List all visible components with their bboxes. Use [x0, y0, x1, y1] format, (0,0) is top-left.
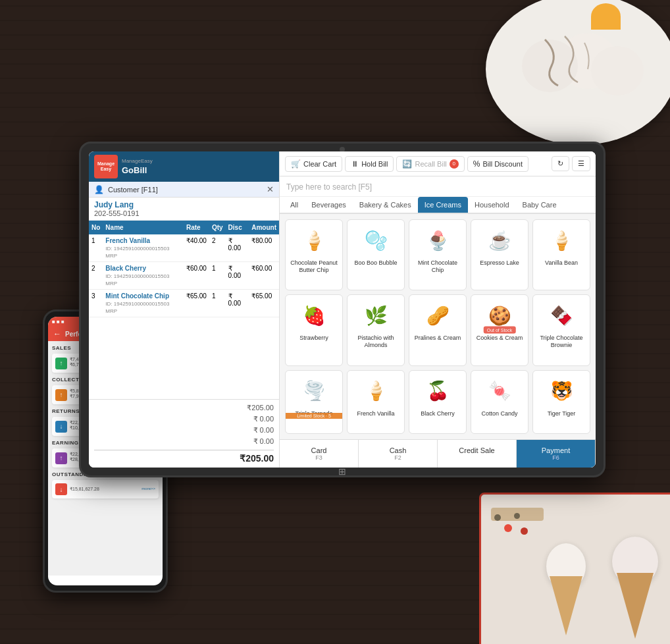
- product-card[interactable]: 🍦 Vanilla Bean: [532, 219, 590, 290]
- col-name: Name: [103, 221, 184, 234]
- limited-stock-badge: Limited Stock · 5: [286, 413, 342, 419]
- product-card[interactable]: 🍬 Cotton Candy: [471, 370, 528, 434]
- subtotal-val: ₹205.00: [247, 404, 274, 412]
- product-name: French Vanilla: [357, 410, 395, 417]
- round-val: ₹ 0.00: [253, 437, 274, 446]
- refresh-button[interactable]: ↻: [552, 156, 569, 171]
- top-toolbar: 🛒 Clear Cart ⏸ Hold Bill 🔄 Recall Bill 0…: [280, 151, 596, 176]
- tax-row: ₹ 0.00: [94, 425, 274, 436]
- product-card[interactable]: ☕ Espresso Lake: [471, 219, 528, 290]
- product-image: 🥜: [420, 299, 456, 332]
- category-tab-ice-creams[interactable]: Ice Creams: [418, 197, 468, 214]
- product-name: Chocolate Peanut Butter Chip: [290, 259, 338, 274]
- customer-info: Judy Lang 202-555-0191: [89, 198, 279, 221]
- payment-bar: Card F3 Cash F2 Credit Sale Payment F6: [280, 439, 596, 468]
- outstanding-icon: ↓: [55, 483, 67, 495]
- product-image: 🌪️: [296, 375, 332, 408]
- search-input[interactable]: [286, 182, 589, 192]
- discount-row: ₹ 0.00: [94, 414, 274, 425]
- tablet-home-button[interactable]: ⊞: [329, 468, 355, 475]
- category-tab-household[interactable]: Household: [468, 197, 516, 214]
- product-name: Black Cherry: [421, 410, 455, 417]
- product-image: ☕: [482, 224, 518, 257]
- subtotal-row: ₹205.00: [94, 402, 274, 414]
- logo-text: ManageEasy GoBill: [122, 157, 153, 177]
- product-image: 🍦: [296, 224, 332, 257]
- product-image: 🍬: [482, 375, 518, 408]
- product-card[interactable]: 🍓 Strawberry: [285, 294, 343, 365]
- decorative-plate-top: [459, 0, 670, 158]
- product-name: Cotton Candy: [481, 410, 517, 417]
- close-customer-button[interactable]: ✕: [267, 184, 274, 194]
- category-tab-baby-care[interactable]: Baby Care: [516, 197, 563, 214]
- product-image: 🫧: [358, 224, 394, 257]
- product-name: Cookies & Cream: [477, 335, 523, 342]
- menu-button[interactable]: ☰: [572, 156, 590, 171]
- product-card[interactable]: 🍦 Chocolate Peanut Butter Chip: [285, 219, 343, 290]
- product-image: 🐯: [544, 375, 580, 408]
- product-card[interactable]: 🍨 Mint Chocolate Chip: [409, 219, 467, 290]
- cart-row[interactable]: 1 French Vanilla ID: 1942591000000015503…: [89, 234, 279, 262]
- customer-phone: 202-555-0191: [94, 209, 274, 217]
- recall-count-badge: 0: [450, 159, 459, 169]
- product-name: Espresso Lake: [480, 259, 519, 267]
- product-grid: 🍦 Chocolate Peanut Butter Chip 🫧 Boo Boo…: [280, 214, 596, 439]
- outstanding-card[interactable]: ↓ ₹15,81,627.28 more>>: [52, 480, 159, 498]
- refresh-icon: ↻: [557, 159, 563, 168]
- right-panel: 🛒 Clear Cart ⏸ Hold Bill 🔄 Recall Bill 0…: [280, 151, 596, 468]
- product-name: Pistachio with Almonds: [351, 335, 400, 349]
- grand-total-row: ₹205.00: [94, 450, 274, 465]
- tablet-frame: Manage Easy ManageEasy GoBill 👤 Customer…: [79, 142, 606, 477]
- product-card[interactable]: 🌿 Pistachio with Almonds: [347, 294, 405, 365]
- card-payment-button[interactable]: Card F3: [280, 440, 359, 468]
- col-disc: Disc: [226, 221, 249, 234]
- collections-icon: ↑: [55, 389, 67, 401]
- back-icon[interactable]: ←: [53, 329, 61, 338]
- product-image: 🍓: [296, 299, 332, 332]
- user-icon: 👤: [94, 185, 104, 194]
- earning-icon: ↑: [55, 452, 67, 464]
- product-image: 🍦: [544, 224, 580, 257]
- sales-icon: ↑: [55, 358, 67, 369]
- pos-header: Manage Easy ManageEasy GoBill: [89, 151, 279, 182]
- product-card[interactable]: 🍫 Triple Chocolate Brownie: [532, 294, 590, 365]
- product-card[interactable]: 🫧 Boo Boo Bubble: [347, 219, 405, 290]
- product-card[interactable]: 🍦 French Vanilla: [347, 370, 405, 434]
- cash-payment-button[interactable]: Cash F2: [359, 440, 438, 468]
- pause-icon: ⏸: [351, 159, 359, 169]
- product-image: 🍨: [420, 224, 456, 257]
- outstanding-val: ₹15,81,627.28: [70, 487, 99, 492]
- cart-table: No Name Rate Qty Disc Amount 1 French Va…: [89, 221, 279, 399]
- category-tab-beverages[interactable]: Beverages: [305, 197, 353, 214]
- outstanding-more[interactable]: more>>: [142, 487, 155, 492]
- logo-area: Manage Easy ManageEasy GoBill: [94, 155, 153, 178]
- product-card[interactable]: 🌪️ Triple Tornado Limited Stock · 5: [285, 370, 343, 434]
- cart-row[interactable]: 2 Black Cherry ID: 1942591000000015503 M…: [89, 262, 279, 290]
- category-tab-bakery-&-cakes[interactable]: Bakery & Cakes: [353, 197, 418, 214]
- credit-sale-button[interactable]: Credit Sale: [438, 440, 517, 468]
- decorative-tray-bottom: [479, 493, 670, 644]
- customer-bar[interactable]: 👤 Customer [F11] ✕: [89, 182, 279, 198]
- product-name: Boo Boo Bubble: [354, 259, 397, 267]
- product-card[interactable]: 🍪 Cookies & Cream Out of Stock: [471, 294, 528, 365]
- discount-icon: %: [473, 159, 480, 169]
- bill-discount-button[interactable]: % Bill Discount: [467, 156, 528, 172]
- cart-row[interactable]: 3 Mint Chocolate Chip ID: 19425910000000…: [89, 290, 279, 317]
- hold-bill-button[interactable]: ⏸ Hold Bill: [345, 156, 394, 172]
- product-name: Triple Chocolate Brownie: [537, 335, 586, 349]
- product-card[interactable]: 🍒 Black Cherry: [409, 370, 467, 434]
- product-card[interactable]: 🥜 Pralines & Cream: [409, 294, 467, 365]
- recall-icon: 🔄: [402, 159, 412, 169]
- tablet-screen: Manage Easy ManageEasy GoBill 👤 Customer…: [89, 151, 596, 468]
- product-name: Tiger Tiger: [548, 410, 576, 417]
- clear-cart-button[interactable]: 🛒 Clear Cart: [285, 156, 342, 172]
- product-name: Vanilla Bean: [545, 259, 578, 267]
- category-tab-all[interactable]: All: [284, 197, 305, 214]
- cart-totals: ₹205.00 ₹ 0.00 ₹ 0.00 ₹ 0.00: [89, 399, 279, 468]
- logo-box: Manage Easy: [94, 155, 118, 178]
- product-card[interactable]: 🐯 Tiger Tiger: [532, 370, 590, 434]
- hamburger-icon: ☰: [578, 159, 584, 168]
- cart-icon: 🛒: [291, 159, 301, 169]
- recall-bill-button[interactable]: 🔄 Recall Bill 0: [396, 156, 464, 172]
- payment-button[interactable]: Payment F6: [517, 440, 596, 468]
